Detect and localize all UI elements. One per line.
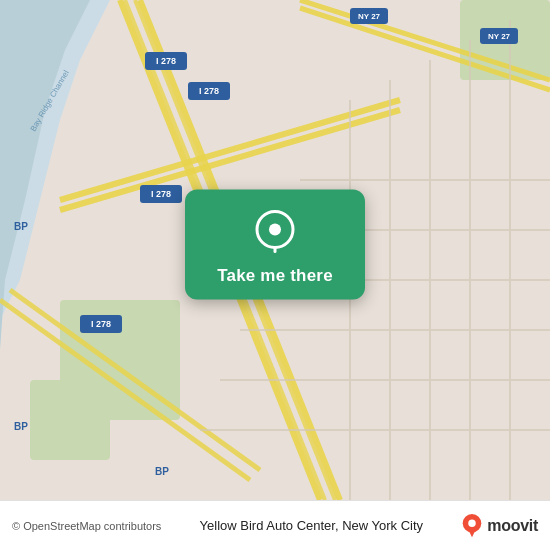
- svg-text:I 278: I 278: [156, 56, 176, 66]
- take-me-there-button[interactable]: Take me there: [217, 266, 333, 286]
- map-attribution: © OpenStreetMap contributors: [12, 520, 161, 532]
- svg-point-44: [269, 224, 281, 236]
- moovit-logo: moovit: [461, 513, 538, 539]
- location-label: Yellow Bird Auto Center, New York City: [161, 518, 461, 533]
- svg-text:NY 27: NY 27: [488, 32, 511, 41]
- bottom-bar: © OpenStreetMap contributors Yellow Bird…: [0, 500, 550, 550]
- svg-text:I 278: I 278: [199, 86, 219, 96]
- svg-text:BP: BP: [14, 221, 28, 232]
- svg-point-48: [469, 519, 476, 526]
- svg-text:BP: BP: [14, 421, 28, 432]
- svg-marker-47: [468, 527, 477, 536]
- moovit-logo-text: moovit: [487, 517, 538, 535]
- svg-text:NY 27: NY 27: [358, 12, 381, 21]
- location-pin-icon: [251, 208, 299, 256]
- moovit-pin-icon: [461, 513, 483, 539]
- svg-text:BP: BP: [155, 466, 169, 477]
- navigation-card[interactable]: Take me there: [185, 190, 365, 300]
- svg-text:I 278: I 278: [151, 189, 171, 199]
- svg-text:I 278: I 278: [91, 319, 111, 329]
- map-container: I 278 I 278 I 278 I 278 NY 27 NY 27 BP B…: [0, 0, 550, 500]
- svg-rect-4: [30, 380, 110, 460]
